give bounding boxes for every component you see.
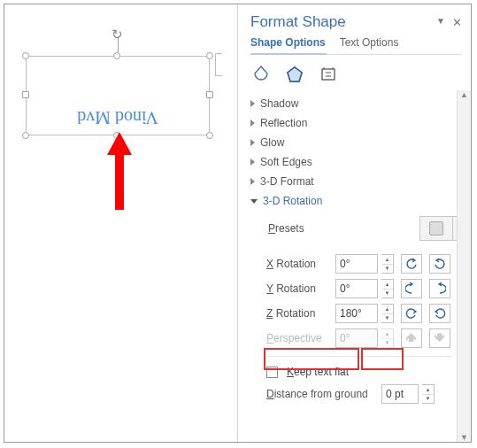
size-props-tab-icon[interactable]	[318, 64, 339, 85]
z-rotation-spinner[interactable]: ▲▼	[381, 304, 394, 323]
x-rotate-left-button[interactable]	[401, 254, 422, 274]
section-reflection[interactable]: Reflection	[250, 113, 467, 133]
x-rotation-input[interactable]: 0°	[335, 254, 378, 274]
perspective-label: Perspective	[266, 332, 332, 344]
presets-button[interactable]	[419, 216, 453, 241]
section-3d-format[interactable]: 3-D Format	[250, 172, 467, 191]
resize-handle-e[interactable]	[206, 91, 213, 98]
x-rotation-label: X Rotation	[266, 258, 332, 270]
text-box-shape[interactable]: ↻ Vinod Mvd	[26, 56, 210, 135]
perspective-spinner: ▲▼	[381, 328, 394, 348]
pane-title: Format Shape	[250, 13, 346, 31]
z-rotate-cw-button[interactable]	[429, 304, 450, 323]
y-rotation-spinner[interactable]: ▲▼	[381, 279, 394, 298]
page-margin-mark	[215, 53, 233, 75]
fill-line-tab-icon[interactable]	[250, 64, 272, 85]
z-rotation-input[interactable]: 180°	[335, 304, 378, 323]
perspective-input: 0°	[335, 328, 378, 348]
y-rotation-input[interactable]: 0°	[335, 279, 378, 298]
svg-marker-1	[288, 67, 302, 81]
annotation-arrow	[102, 132, 137, 212]
y-rotate-left-button[interactable]	[401, 279, 422, 298]
tab-shape-options[interactable]: Shape Options	[250, 36, 326, 54]
section-soft-edges[interactable]: Soft Edges	[250, 152, 467, 172]
y-rotate-right-button[interactable]	[429, 279, 450, 298]
shape-text-content[interactable]: Vinod Mvd	[27, 107, 209, 127]
tab-text-options[interactable]: Text Options	[340, 36, 399, 54]
y-rotation-label: Y Rotation	[266, 282, 332, 295]
rotation-handle[interactable]: ↻	[112, 27, 123, 42]
pane-dropdown-icon[interactable]: ▼	[436, 16, 445, 29]
resize-handle-ne[interactable]	[206, 52, 213, 59]
resize-handle-nw[interactable]	[22, 52, 29, 59]
section-shadow[interactable]: Shadow	[250, 94, 467, 113]
z-rotation-label: Z Rotation	[266, 307, 332, 320]
document-canvas[interactable]: ↻ Vinod Mvd	[4, 4, 237, 442]
resize-handle-w[interactable]	[22, 91, 29, 98]
presets-label: resets	[275, 222, 304, 235]
distance-input[interactable]: 0 pt	[381, 384, 419, 404]
effects-tab-icon[interactable]	[284, 64, 305, 85]
svg-rect-2	[322, 69, 335, 80]
pane-scrollbar[interactable]: ▲▼	[457, 90, 471, 442]
svg-marker-0	[107, 132, 132, 210]
resize-handle-sw[interactable]	[22, 132, 29, 139]
x-rotation-spinner[interactable]: ▲▼	[381, 254, 394, 274]
distance-label: Distance from ground	[266, 388, 378, 400]
perspective-down-button: 🢃	[429, 328, 450, 348]
resize-handle-se[interactable]	[206, 132, 213, 139]
section-glow[interactable]: Glow	[250, 133, 467, 152]
distance-spinner[interactable]: ▲▼	[422, 384, 435, 404]
resize-handle-n[interactable]	[113, 52, 120, 59]
section-3d-rotation[interactable]: 3-D Rotation	[250, 191, 467, 211]
x-rotate-right-button[interactable]	[429, 254, 450, 274]
pane-close-icon[interactable]: ✕	[452, 16, 462, 29]
perspective-up-button: 🢁	[401, 328, 422, 348]
format-shape-pane: Format Shape ▼ ✕ Shape Options Text Opti…	[237, 4, 471, 442]
z-rotate-ccw-button[interactable]	[401, 304, 422, 323]
keep-text-flat-checkbox[interactable]	[266, 367, 278, 378]
keep-text-flat-label: Keep text flat	[287, 366, 349, 378]
